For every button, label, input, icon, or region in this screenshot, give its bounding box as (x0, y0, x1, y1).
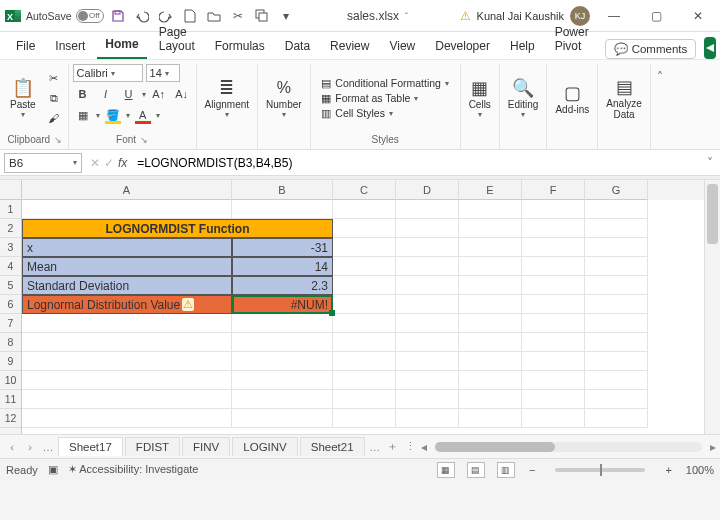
cell-A11[interactable] (22, 390, 232, 409)
cell-C3[interactable] (333, 238, 396, 257)
font-color-button[interactable]: A (133, 106, 153, 124)
cell-E6[interactable] (459, 295, 522, 314)
autosave-toggle[interactable]: AutoSave Off (26, 9, 104, 23)
cell-G8[interactable] (585, 333, 648, 352)
font-launcher-icon[interactable]: ↘ (140, 135, 148, 145)
close-button[interactable]: ✕ (680, 2, 716, 30)
col-header-D[interactable]: D (396, 180, 459, 200)
cell-E10[interactable] (459, 371, 522, 390)
fx-icon[interactable]: fx (118, 156, 127, 170)
cell-A2[interactable]: LOGNORMDIST Function (22, 219, 333, 238)
undo-icon[interactable] (132, 6, 152, 26)
cell-F6[interactable] (522, 295, 585, 314)
borders-button[interactable]: ▦ (73, 106, 93, 124)
cell-B3[interactable]: -31 (232, 238, 333, 257)
col-header-C[interactable]: C (333, 180, 396, 200)
cell-F8[interactable] (522, 333, 585, 352)
cell-B5[interactable]: 2.3 (232, 276, 333, 295)
menu-review[interactable]: Review (322, 35, 377, 59)
ribbon-collapse-button[interactable]: ˄ (651, 64, 669, 149)
cell-G10[interactable] (585, 371, 648, 390)
row-header-6[interactable]: 6 (0, 295, 21, 314)
row-header-11[interactable]: 11 (0, 390, 21, 409)
cell-A7[interactable] (22, 314, 232, 333)
shrink-font-button[interactable]: A↓ (172, 85, 192, 103)
menu-file[interactable]: File (8, 35, 43, 59)
cell-D12[interactable] (396, 409, 459, 428)
row-header-3[interactable]: 3 (0, 238, 21, 257)
title-search-caret-icon[interactable]: ˇ (405, 11, 408, 21)
cell-C5[interactable] (333, 276, 396, 295)
cell-A6[interactable]: Lognormal Distribution Value⚠ (22, 295, 232, 314)
name-box[interactable]: B6▾ (4, 153, 82, 173)
page-layout-view-button[interactable]: ▤ (467, 462, 485, 478)
cell-A9[interactable] (22, 352, 232, 371)
enter-formula-icon[interactable]: ✓ (104, 156, 114, 170)
cell-F7[interactable] (522, 314, 585, 333)
formula-bar-expand-icon[interactable]: ˅ (700, 156, 720, 170)
col-header-F[interactable]: F (522, 180, 585, 200)
new-sheet-button[interactable]: ＋ (385, 439, 401, 454)
cell-F9[interactable] (522, 352, 585, 371)
cell-A8[interactable] (22, 333, 232, 352)
zoom-out-button[interactable]: − (525, 464, 539, 476)
menu-data[interactable]: Data (277, 35, 318, 59)
zoom-in-button[interactable]: + (661, 464, 675, 476)
font-name-select[interactable]: Calibri▾ (73, 64, 143, 82)
addins-button[interactable]: ▢Add-ins (551, 80, 593, 117)
error-warning-icon[interactable]: ⚠ (182, 298, 194, 311)
cell-B4[interactable]: 14 (232, 257, 333, 276)
zoom-slider[interactable] (555, 468, 645, 472)
cell-C8[interactable] (333, 333, 396, 352)
sheet-nav-more[interactable]: … (40, 441, 56, 453)
conditional-formatting-button[interactable]: ▤Conditional Formatting▾ (319, 76, 451, 90)
menu-insert[interactable]: Insert (47, 35, 93, 59)
macro-record-icon[interactable]: ▣ (48, 463, 58, 476)
cell-G5[interactable] (585, 276, 648, 295)
menu-home[interactable]: Home (97, 33, 146, 59)
cell-E4[interactable] (459, 257, 522, 276)
format-as-table-button[interactable]: ▦Format as Table▾ (319, 91, 451, 105)
cell-E5[interactable] (459, 276, 522, 295)
number-button[interactable]: %Number▾ (262, 75, 306, 121)
warning-icon[interactable]: ⚠ (460, 9, 471, 23)
accessibility-status[interactable]: ✶ Accessibility: Investigate (68, 463, 199, 476)
cell-E12[interactable] (459, 409, 522, 428)
horizontal-scrollbar[interactable] (435, 442, 702, 452)
cells-button[interactable]: ▦Cells▾ (465, 75, 495, 121)
row-header-5[interactable]: 5 (0, 276, 21, 295)
cell-G6[interactable] (585, 295, 648, 314)
sheet-nav-more2[interactable]: … (367, 441, 383, 453)
sheet-tab-1[interactable]: FDIST (125, 437, 180, 456)
cell-F1[interactable] (522, 200, 585, 219)
autosave-switch[interactable]: Off (76, 9, 104, 23)
qat-more-icon[interactable]: ▾ (276, 6, 296, 26)
user-name[interactable]: Kunal Jai Kaushik (477, 10, 564, 22)
cell-E9[interactable] (459, 352, 522, 371)
vertical-scrollbar[interactable] (704, 180, 720, 434)
cell-G9[interactable] (585, 352, 648, 371)
row-header-4[interactable]: 4 (0, 257, 21, 276)
underline-button[interactable]: U (119, 85, 139, 103)
column-headers[interactable]: ABCDEFG (22, 180, 704, 200)
worksheet-grid[interactable]: ABCDEFG 123456789101112 LOGNORMDIST Func… (0, 180, 720, 434)
cell-E2[interactable] (459, 219, 522, 238)
cell-G7[interactable] (585, 314, 648, 333)
cell-A10[interactable] (22, 371, 232, 390)
formula-input[interactable] (131, 153, 700, 173)
cell-D10[interactable] (396, 371, 459, 390)
menu-power-pivot[interactable]: Power Pivot (547, 21, 597, 59)
cell-F5[interactable] (522, 276, 585, 295)
menu-view[interactable]: View (381, 35, 423, 59)
cell-C6[interactable] (333, 295, 396, 314)
row-header-10[interactable]: 10 (0, 371, 21, 390)
bold-button[interactable]: B (73, 85, 93, 103)
normal-view-button[interactable]: ▦ (437, 462, 455, 478)
sheet-tab-2[interactable]: FINV (182, 437, 230, 456)
cell-G3[interactable] (585, 238, 648, 257)
menu-formulas[interactable]: Formulas (207, 35, 273, 59)
copy-icon[interactable] (252, 6, 272, 26)
share-button[interactable] (704, 37, 716, 59)
cell-F12[interactable] (522, 409, 585, 428)
cell-C1[interactable] (333, 200, 396, 219)
